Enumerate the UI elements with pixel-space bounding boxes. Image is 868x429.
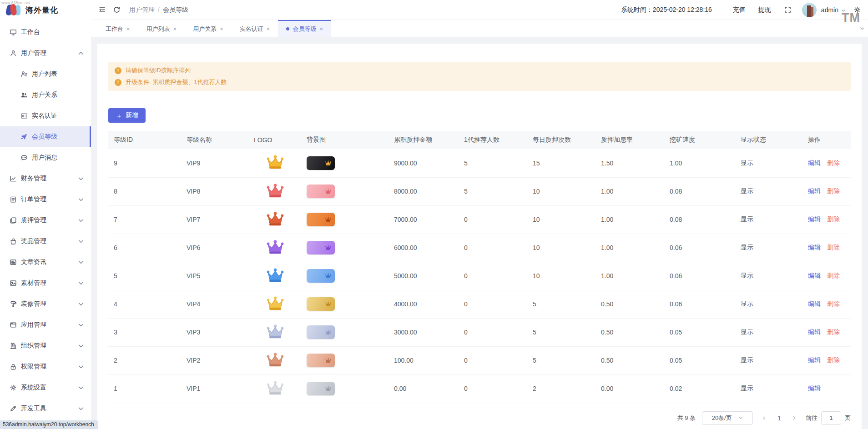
mining-speed: 0.06 bbox=[664, 234, 735, 262]
display-status: 显示 bbox=[735, 205, 802, 234]
column-header: 等级ID bbox=[108, 131, 181, 149]
sidebar-item-decoration[interactable]: 装修管理 bbox=[0, 294, 91, 314]
sidebar-item-user-management[interactable]: 用户管理 bbox=[0, 43, 91, 64]
level-logo bbox=[266, 239, 285, 255]
chip-crown-icon bbox=[325, 273, 332, 279]
status-bar-url: 536admin.haiwaiym20.top/workbench bbox=[0, 420, 98, 429]
level-logo bbox=[266, 352, 285, 368]
tab-user-list[interactable]: 用户列表 × bbox=[138, 20, 185, 37]
sidebar-item-settings[interactable]: 系统设置 bbox=[0, 377, 91, 398]
edit-link[interactable]: 编辑 bbox=[808, 244, 821, 251]
edit-link[interactable]: 编辑 bbox=[808, 215, 821, 223]
tab-close-icon[interactable]: × bbox=[220, 25, 223, 32]
sidebar-item-organization[interactable]: 组织管理 bbox=[0, 335, 91, 356]
current-page[interactable]: 1 bbox=[776, 414, 783, 422]
pagination: 共 9 条 20条/页 1 前往 页 bbox=[108, 411, 851, 425]
level-name: VIP1 bbox=[181, 374, 248, 403]
sidebar-item-member-level[interactable]: 会员等级 bbox=[0, 126, 91, 147]
delete-link[interactable]: 删除 bbox=[827, 215, 840, 223]
tab-workbench[interactable]: 工作台 × bbox=[97, 20, 138, 37]
edit-link[interactable]: 编辑 bbox=[808, 384, 821, 392]
tab-member-level[interactable]: 会员等级 × bbox=[278, 20, 331, 37]
withdraw-button[interactable]: 提现 bbox=[758, 6, 771, 14]
interest-rate: 0.00 bbox=[595, 374, 664, 403]
delete-link[interactable]: 删除 bbox=[827, 187, 840, 195]
delete-link[interactable]: 删除 bbox=[827, 328, 840, 335]
sidebar-item-workbench[interactable]: 工作台 bbox=[0, 22, 91, 43]
crown-icon bbox=[266, 239, 285, 255]
chevron-down-icon bbox=[77, 238, 85, 245]
prev-page-button[interactable] bbox=[759, 412, 769, 424]
sidebar-item-apps[interactable]: 应用管理 bbox=[0, 314, 91, 335]
edit-link[interactable]: 编辑 bbox=[808, 272, 821, 279]
recharge-button[interactable]: 充值 bbox=[733, 6, 746, 14]
tab-real-name-auth[interactable]: 实名认证 × bbox=[232, 20, 278, 37]
sidebar-item-prizes[interactable]: 奖品管理 bbox=[0, 231, 91, 252]
refresh-icon[interactable] bbox=[113, 6, 121, 14]
chevron-down-icon bbox=[77, 175, 85, 183]
sidebar-item-orders[interactable]: 订单管理 bbox=[0, 189, 91, 210]
interest-rate: 0.50 bbox=[595, 290, 664, 318]
pagination-total: 共 9 条 bbox=[677, 414, 696, 422]
level-name: VIP3 bbox=[181, 318, 248, 346]
edit-link[interactable]: 编辑 bbox=[808, 300, 821, 307]
avatar[interactable] bbox=[802, 3, 817, 17]
level-name: VIP2 bbox=[181, 346, 248, 374]
pledge-amount: 4000.00 bbox=[389, 290, 459, 318]
next-page-button[interactable] bbox=[789, 412, 799, 424]
crown-icon bbox=[266, 211, 285, 227]
interest-rate: 0.50 bbox=[595, 318, 664, 346]
sidebar-item-finance[interactable]: 财务管理 bbox=[0, 168, 91, 189]
crown-icon bbox=[266, 324, 285, 339]
delete-link[interactable]: 删除 bbox=[827, 159, 840, 166]
column-header: 累积质押金额 bbox=[389, 131, 459, 149]
page-size-select[interactable]: 20条/页 bbox=[702, 411, 753, 425]
sidebar-item-user-messages[interactable]: 用户消息 bbox=[0, 147, 91, 168]
pledge-amount: 0.00 bbox=[389, 374, 459, 403]
background-image-chip bbox=[307, 213, 335, 226]
tab-close-icon[interactable]: × bbox=[173, 25, 177, 32]
sidebar-item-user-list[interactable]: 用户列表 bbox=[0, 64, 91, 85]
username[interactable]: admin bbox=[821, 6, 838, 14]
breadcrumb-parent[interactable]: 用户管理 bbox=[129, 6, 155, 13]
display-status: 显示 bbox=[735, 290, 802, 318]
main-region: 用户管理/会员等级 系统时间：2025-02-20 12:28:16 充值 提现… bbox=[91, 0, 868, 429]
fullscreen-icon[interactable] bbox=[784, 6, 792, 14]
tab-close-icon[interactable]: × bbox=[126, 25, 130, 32]
tab-user-relations[interactable]: 用户关系 × bbox=[185, 20, 232, 37]
sidebar-item-materials[interactable]: 素材管理 bbox=[0, 273, 91, 294]
sidebar-item-real-name-auth[interactable]: 实名认证 bbox=[0, 105, 91, 126]
edit-link[interactable]: 编辑 bbox=[808, 187, 821, 195]
level-logo bbox=[266, 211, 285, 227]
tab-close-icon[interactable]: × bbox=[319, 25, 323, 32]
edit-link[interactable]: 编辑 bbox=[808, 328, 821, 335]
sidebar-item-user-relations[interactable]: 用户关系 bbox=[0, 85, 91, 105]
display-status: 显示 bbox=[735, 318, 802, 346]
edit-link[interactable]: 编辑 bbox=[808, 159, 821, 166]
sidebar-item-permissions[interactable]: 权限管理 bbox=[0, 356, 91, 377]
delete-link[interactable]: 删除 bbox=[827, 300, 840, 307]
sidebar-item-pledge[interactable]: 质押管理 bbox=[0, 210, 91, 231]
sidebar-item-articles[interactable]: 文章资讯 bbox=[0, 252, 91, 273]
sidebar-item-dev-tools[interactable]: 开发工具 bbox=[0, 398, 91, 419]
referral-count: 0 bbox=[459, 318, 527, 346]
delete-link[interactable]: 删除 bbox=[827, 272, 840, 279]
level-id: 7 bbox=[108, 205, 181, 234]
goto-page-input[interactable] bbox=[821, 411, 841, 425]
user-list-icon bbox=[20, 70, 28, 78]
row-actions: 编辑删除 bbox=[802, 177, 851, 205]
pledge-icon bbox=[9, 217, 17, 224]
tab-close-icon[interactable]: × bbox=[267, 25, 270, 32]
column-header: 质押加息率 bbox=[595, 131, 664, 149]
edit-link[interactable]: 编辑 bbox=[808, 356, 821, 364]
delete-link[interactable]: 删除 bbox=[827, 356, 840, 364]
alert-line: ! 请确保等级ID按顺序排列 bbox=[115, 65, 844, 76]
collapse-sidebar-icon[interactable] bbox=[98, 6, 106, 14]
warning-icon: ! bbox=[115, 79, 121, 86]
level-logo bbox=[266, 183, 285, 199]
row-actions: 编辑删除 bbox=[802, 234, 851, 262]
interest-rate: 1.00 bbox=[595, 205, 664, 234]
delete-link[interactable]: 删除 bbox=[827, 244, 840, 251]
referral-count: 0 bbox=[459, 262, 527, 290]
add-level-button[interactable]: ＋ 新增 bbox=[108, 108, 146, 123]
